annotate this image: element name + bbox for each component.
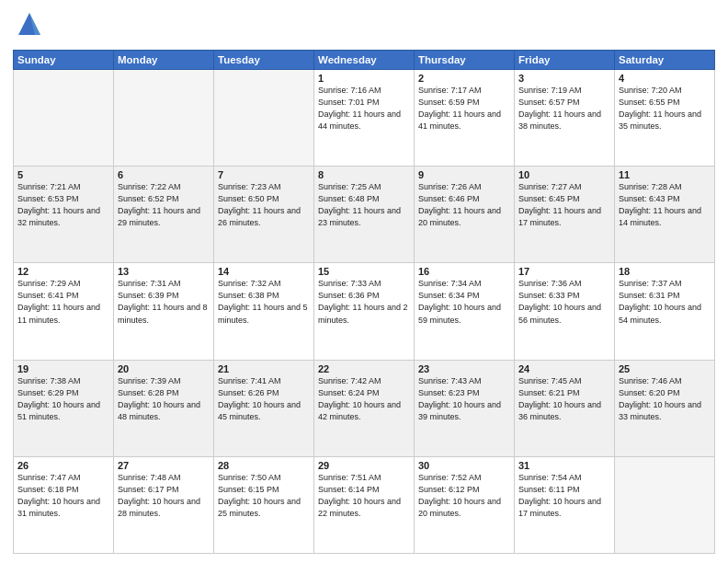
day-info: Sunrise: 7:43 AMSunset: 6:23 PMDaylight:…: [418, 375, 510, 423]
calendar-cell: 30Sunrise: 7:52 AMSunset: 6:12 PMDayligh…: [415, 456, 515, 553]
day-info: Sunrise: 7:45 AMSunset: 6:21 PMDaylight:…: [518, 375, 610, 423]
calendar-cell: 3Sunrise: 7:19 AMSunset: 6:57 PMDaylight…: [515, 70, 615, 167]
header: [13, 9, 715, 42]
calendar-week-row: 19Sunrise: 7:38 AMSunset: 6:29 PMDayligh…: [14, 360, 715, 456]
calendar-cell: 10Sunrise: 7:27 AMSunset: 6:45 PMDayligh…: [515, 167, 615, 263]
day-number: 29: [318, 460, 410, 471]
weekday-header-friday: Friday: [515, 51, 615, 70]
day-info: Sunrise: 7:33 AMSunset: 6:36 PMDaylight:…: [318, 278, 410, 326]
weekday-header-saturday: Saturday: [615, 51, 715, 70]
day-number: 30: [418, 460, 510, 471]
day-number: 8: [318, 169, 410, 180]
calendar-cell: 9Sunrise: 7:26 AMSunset: 6:46 PMDaylight…: [415, 167, 515, 263]
calendar-cell: 26Sunrise: 7:47 AMSunset: 6:18 PMDayligh…: [14, 456, 114, 553]
calendar-cell: 20Sunrise: 7:39 AMSunset: 6:28 PMDayligh…: [114, 360, 214, 456]
day-number: 20: [118, 363, 210, 374]
calendar-cell: 16Sunrise: 7:34 AMSunset: 6:34 PMDayligh…: [415, 263, 515, 360]
calendar-table: SundayMondayTuesdayWednesdayThursdayFrid…: [13, 50, 715, 554]
day-info: Sunrise: 7:34 AMSunset: 6:34 PMDaylight:…: [418, 278, 510, 326]
calendar-cell: 11Sunrise: 7:28 AMSunset: 6:43 PMDayligh…: [615, 167, 715, 263]
day-info: Sunrise: 7:32 AMSunset: 6:38 PMDaylight:…: [218, 278, 310, 326]
day-number: 15: [318, 266, 410, 277]
day-number: 14: [218, 266, 310, 277]
day-number: 10: [518, 169, 610, 180]
weekday-header-wednesday: Wednesday: [314, 51, 415, 70]
day-number: 11: [619, 169, 711, 180]
day-number: 22: [318, 363, 410, 374]
weekday-header-thursday: Thursday: [415, 51, 515, 70]
calendar-cell: 17Sunrise: 7:36 AMSunset: 6:33 PMDayligh…: [515, 263, 615, 360]
day-info: Sunrise: 7:20 AMSunset: 6:55 PMDaylight:…: [619, 85, 711, 132]
day-info: Sunrise: 7:17 AMSunset: 6:59 PMDaylight:…: [418, 85, 510, 132]
calendar-week-row: 1Sunrise: 7:16 AMSunset: 7:01 PMDaylight…: [14, 70, 715, 167]
day-info: Sunrise: 7:19 AMSunset: 6:57 PMDaylight:…: [518, 85, 610, 132]
page: SundayMondayTuesdayWednesdayThursdayFrid…: [0, 0, 728, 563]
day-number: 23: [418, 363, 510, 374]
day-info: Sunrise: 7:41 AMSunset: 6:26 PMDaylight:…: [218, 375, 310, 423]
weekday-header-tuesday: Tuesday: [214, 51, 314, 70]
day-info: Sunrise: 7:29 AMSunset: 6:41 PMDaylight:…: [17, 278, 109, 326]
day-number: 28: [218, 460, 310, 471]
calendar-cell: 8Sunrise: 7:25 AMSunset: 6:48 PMDaylight…: [314, 167, 415, 263]
calendar-cell: 22Sunrise: 7:42 AMSunset: 6:24 PMDayligh…: [314, 360, 415, 456]
day-number: 3: [518, 73, 610, 84]
day-number: 21: [218, 363, 310, 374]
calendar-week-row: 5Sunrise: 7:21 AMSunset: 6:53 PMDaylight…: [14, 167, 715, 263]
day-info: Sunrise: 7:46 AMSunset: 6:20 PMDaylight:…: [619, 375, 711, 423]
day-number: 17: [518, 266, 610, 277]
day-number: 31: [518, 460, 610, 471]
day-info: Sunrise: 7:23 AMSunset: 6:50 PMDaylight:…: [218, 181, 310, 229]
day-number: 16: [418, 266, 510, 277]
calendar-cell: 18Sunrise: 7:37 AMSunset: 6:31 PMDayligh…: [615, 263, 715, 360]
day-number: 12: [17, 266, 109, 277]
day-info: Sunrise: 7:36 AMSunset: 6:33 PMDaylight:…: [518, 278, 610, 326]
day-number: 7: [218, 169, 310, 180]
calendar-cell: 19Sunrise: 7:38 AMSunset: 6:29 PMDayligh…: [14, 360, 114, 456]
day-info: Sunrise: 7:37 AMSunset: 6:31 PMDaylight:…: [619, 278, 711, 326]
day-info: Sunrise: 7:39 AMSunset: 6:28 PMDaylight:…: [118, 375, 210, 423]
calendar-cell: 14Sunrise: 7:32 AMSunset: 6:38 PMDayligh…: [214, 263, 314, 360]
calendar-cell: 12Sunrise: 7:29 AMSunset: 6:41 PMDayligh…: [14, 263, 114, 360]
day-info: Sunrise: 7:38 AMSunset: 6:29 PMDaylight:…: [17, 375, 109, 423]
day-number: 24: [518, 363, 610, 374]
day-number: 9: [418, 169, 510, 180]
calendar-cell: 13Sunrise: 7:31 AMSunset: 6:39 PMDayligh…: [114, 263, 214, 360]
calendar-cell: [214, 70, 314, 167]
day-number: 25: [619, 363, 711, 374]
day-info: Sunrise: 7:52 AMSunset: 6:12 PMDaylight:…: [418, 472, 510, 520]
calendar-cell: 31Sunrise: 7:54 AMSunset: 6:11 PMDayligh…: [515, 456, 615, 553]
day-info: Sunrise: 7:48 AMSunset: 6:17 PMDaylight:…: [118, 472, 210, 520]
calendar-cell: 7Sunrise: 7:23 AMSunset: 6:50 PMDaylight…: [214, 167, 314, 263]
day-info: Sunrise: 7:42 AMSunset: 6:24 PMDaylight:…: [318, 375, 410, 423]
calendar-cell: [114, 70, 214, 167]
day-number: 18: [619, 266, 711, 277]
day-number: 1: [318, 73, 410, 84]
day-number: 4: [619, 73, 711, 84]
calendar-cell: 1Sunrise: 7:16 AMSunset: 7:01 PMDaylight…: [314, 70, 415, 167]
calendar-cell: 6Sunrise: 7:22 AMSunset: 6:52 PMDaylight…: [114, 167, 214, 263]
logo: [13, 9, 50, 42]
calendar-cell: 23Sunrise: 7:43 AMSunset: 6:23 PMDayligh…: [415, 360, 515, 456]
day-number: 13: [118, 266, 210, 277]
day-info: Sunrise: 7:54 AMSunset: 6:11 PMDaylight:…: [518, 472, 610, 520]
day-info: Sunrise: 7:26 AMSunset: 6:46 PMDaylight:…: [418, 181, 510, 229]
day-number: 2: [418, 73, 510, 84]
calendar-cell: 15Sunrise: 7:33 AMSunset: 6:36 PMDayligh…: [314, 263, 415, 360]
day-info: Sunrise: 7:25 AMSunset: 6:48 PMDaylight:…: [318, 181, 410, 229]
day-number: 19: [17, 363, 109, 374]
day-info: Sunrise: 7:47 AMSunset: 6:18 PMDaylight:…: [17, 472, 109, 520]
day-info: Sunrise: 7:28 AMSunset: 6:43 PMDaylight:…: [619, 181, 711, 229]
day-number: 5: [17, 169, 109, 180]
calendar-cell: 28Sunrise: 7:50 AMSunset: 6:15 PMDayligh…: [214, 456, 314, 553]
day-number: 27: [118, 460, 210, 471]
day-number: 6: [118, 169, 210, 180]
day-number: 26: [17, 460, 109, 471]
day-info: Sunrise: 7:27 AMSunset: 6:45 PMDaylight:…: [518, 181, 610, 229]
calendar-cell: [615, 456, 715, 553]
calendar-week-row: 26Sunrise: 7:47 AMSunset: 6:18 PMDayligh…: [14, 456, 715, 553]
day-info: Sunrise: 7:31 AMSunset: 6:39 PMDaylight:…: [118, 278, 210, 326]
calendar-cell: 27Sunrise: 7:48 AMSunset: 6:17 PMDayligh…: [114, 456, 214, 553]
calendar-cell: 5Sunrise: 7:21 AMSunset: 6:53 PMDaylight…: [14, 167, 114, 263]
weekday-header-sunday: Sunday: [14, 51, 114, 70]
calendar-cell: [14, 70, 114, 167]
